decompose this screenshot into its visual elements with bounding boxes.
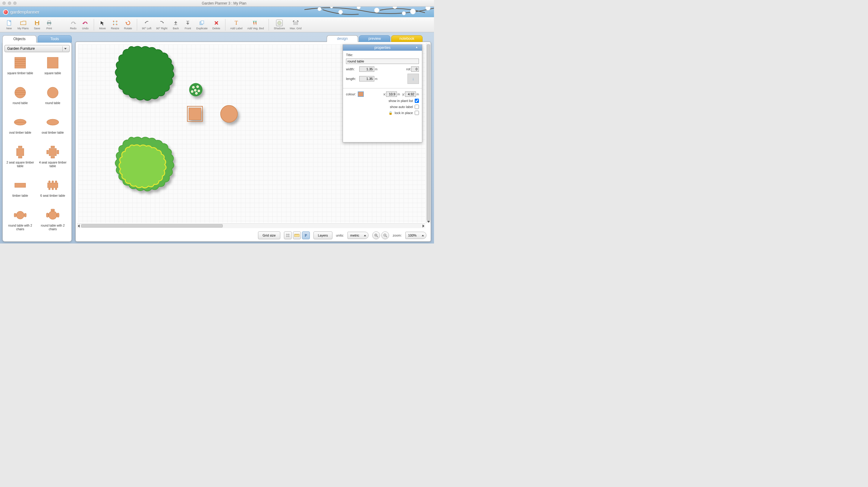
ruler-icon[interactable]: [293, 231, 301, 239]
svg-point-82: [192, 91, 193, 92]
layers-button[interactable]: Layers: [313, 231, 333, 239]
object-item[interactable]: square table: [37, 55, 68, 83]
horizontal-scrollbar[interactable]: [77, 223, 425, 228]
title-input[interactable]: [346, 59, 419, 64]
shadows-button[interactable]: Shadows: [271, 18, 287, 32]
preview-p-icon[interactable]: P: [302, 231, 310, 239]
resize-button[interactable]: Resize: [108, 18, 122, 32]
minimize-icon[interactable]: [8, 1, 11, 5]
rot-label: rot:: [406, 67, 411, 71]
svg-point-61: [49, 188, 50, 190]
tab-tools[interactable]: Tools: [38, 35, 72, 42]
object-item[interactable]: round table with 2 chairs: [37, 207, 68, 239]
canvas-square-table[interactable]: [187, 106, 203, 121]
object-thumb-icon: [13, 85, 28, 100]
back-button[interactable]: Back: [170, 18, 182, 32]
svg-point-83: [196, 93, 197, 94]
objects-grid[interactable]: square timber tablesquare tableround tab…: [4, 55, 70, 239]
svg-rect-17: [113, 21, 114, 22]
chevron-down-icon: [64, 48, 67, 50]
width-unit: m: [375, 67, 377, 71]
svg-point-26: [278, 21, 281, 25]
object-item[interactable]: 6 seat timber table: [37, 177, 68, 206]
flower-bush[interactable]: [189, 83, 203, 96]
units-select[interactable]: metric: [347, 232, 369, 239]
add-veg-bed-button[interactable]: Add Veg. Bed: [245, 18, 266, 32]
zoom-icon[interactable]: [13, 1, 17, 5]
length-input[interactable]: [359, 76, 374, 82]
object-item[interactable]: 2 seat square timber table: [4, 144, 36, 176]
object-item[interactable]: oval timber table: [4, 114, 36, 143]
show-auto-checkbox[interactable]: [415, 105, 419, 109]
svg-rect-70: [51, 209, 55, 211]
zoom-out-icon[interactable]: [381, 231, 389, 239]
front-button[interactable]: Front: [182, 18, 194, 32]
objects-panel: Garden Furniture square timber tablesqua…: [2, 42, 72, 242]
object-item[interactable]: round table: [37, 85, 68, 113]
zoom-select[interactable]: 100%: [405, 232, 427, 239]
brand-bar: gardenplanner: [0, 7, 434, 17]
grid-toggle-icon[interactable]: [284, 231, 292, 239]
object-label: 6 seat timber table: [40, 194, 65, 198]
delete-button[interactable]: Delete: [210, 18, 223, 32]
svg-point-5: [410, 9, 415, 14]
canvas-round-table[interactable]: [221, 105, 238, 122]
show-plant-checkbox[interactable]: [415, 99, 419, 103]
duplicate-button[interactable]: Duplicate: [194, 18, 210, 32]
svg-rect-11: [36, 21, 38, 22]
object-label: round table: [45, 102, 60, 105]
object-item[interactable]: 4 seat square timber table: [37, 144, 68, 176]
close-icon[interactable]: [2, 1, 6, 5]
object-item[interactable]: square timber table: [4, 55, 36, 83]
svg-rect-53: [51, 156, 55, 158]
move-button[interactable]: Move: [96, 18, 108, 32]
properties-header[interactable]: properties ▴: [343, 45, 422, 51]
titlebar: Garden Planner 3 : My Plan: [0, 0, 434, 7]
zoom-in-icon[interactable]: [372, 231, 380, 239]
undo-button[interactable]: Undo: [79, 18, 91, 32]
colour-swatch[interactable]: [358, 91, 364, 97]
redo-button[interactable]: Redo: [67, 18, 79, 32]
my-plans-button[interactable]: My Plans: [15, 18, 31, 32]
rotate-button[interactable]: Rotate: [122, 18, 135, 32]
tab-objects[interactable]: Objects: [2, 35, 36, 42]
tab-notebook[interactable]: notebook: [391, 35, 423, 42]
width-input[interactable]: [359, 66, 374, 72]
svg-point-58: [49, 181, 50, 182]
rotation-dial[interactable]: ↓: [407, 74, 419, 84]
rotate-right-button[interactable]: 90° Right: [154, 18, 170, 32]
print-button[interactable]: Print: [43, 18, 55, 32]
object-item[interactable]: timber table: [4, 177, 36, 206]
svg-point-86: [221, 105, 238, 122]
svg-point-80: [195, 90, 195, 91]
tree-dark[interactable]: [115, 46, 174, 100]
svg-rect-48: [17, 148, 24, 156]
rot-input[interactable]: [411, 66, 419, 72]
category-value: Garden Furniture: [7, 47, 35, 51]
object-item[interactable]: oval timber table: [37, 114, 68, 143]
tree-light[interactable]: [115, 137, 174, 191]
svg-point-62: [52, 188, 54, 190]
max-grid-button[interactable]: Max. Grid: [287, 18, 304, 32]
object-item[interactable]: round table: [4, 85, 36, 113]
y-input[interactable]: [405, 91, 416, 97]
rotate-left-button[interactable]: 90° Left: [140, 18, 154, 32]
vertical-scrollbar[interactable]: [426, 43, 431, 223]
grid-size-button[interactable]: Grid size: [258, 231, 280, 239]
tab-design[interactable]: design: [327, 35, 358, 42]
x-input[interactable]: [386, 91, 397, 97]
tab-preview[interactable]: preview: [359, 35, 390, 42]
lock-checkbox[interactable]: [415, 111, 419, 115]
svg-rect-22: [186, 21, 189, 22]
right-tabs: design preview notebook: [75, 35, 431, 42]
new-button[interactable]: New: [3, 18, 15, 32]
category-select[interactable]: Garden Furniture: [4, 45, 70, 52]
add-label-button[interactable]: TAdd Label: [228, 18, 245, 32]
object-label: 2 seat square timber table: [5, 161, 35, 168]
save-button[interactable]: Save: [31, 18, 43, 32]
window-title: Garden Planner 3 : My Plan: [17, 1, 432, 5]
object-label: 4 seat square timber table: [38, 161, 68, 168]
collapse-icon[interactable]: ▴: [416, 45, 420, 50]
object-item[interactable]: round table with 2 chairs: [4, 207, 36, 239]
svg-point-67: [49, 211, 57, 219]
